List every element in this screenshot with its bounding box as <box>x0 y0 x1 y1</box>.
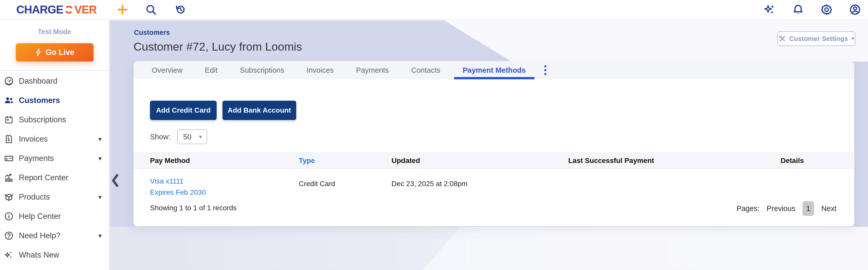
logo-refresh-o-icon <box>64 4 74 15</box>
add-bank-account-button[interactable]: Add Bank Account <box>222 101 296 120</box>
top-bar: CHARGE VER <box>0 0 868 20</box>
tab-contacts[interactable]: Contacts <box>400 61 451 79</box>
current-page-button[interactable]: 1 <box>802 201 814 216</box>
details-cell <box>763 169 854 180</box>
chevron-left-icon <box>111 173 120 188</box>
sidebar-item-label: Report Center <box>19 173 68 182</box>
sidebar-item-need-help[interactable]: Need Help? ▾ <box>0 226 109 245</box>
column-header-last-successful-payment: Last Successful Payment <box>568 157 763 165</box>
tab-subscriptions[interactable]: Subscriptions <box>229 61 296 79</box>
tab-edit[interactable]: Edit <box>194 61 229 79</box>
logo-text-charge: CHARGE <box>16 3 63 16</box>
sidebar-item-label: Subscriptions <box>19 115 66 124</box>
previous-page-link[interactable]: Previous <box>767 204 795 213</box>
sidebar-item-payments[interactable]: $ Payments ▾ <box>0 149 109 168</box>
sidebar-item-dashboard[interactable]: Dashboard <box>0 71 109 91</box>
notifications-bell-icon[interactable] <box>792 4 804 16</box>
payment-methods-card: Add Credit Card Add Bank Account Show: 5… <box>133 79 854 226</box>
sidebar-item-report-center[interactable]: Report Center <box>0 168 109 187</box>
sidebar-item-label: Dashboard <box>19 77 58 86</box>
chevron-down-icon[interactable]: ▾ <box>98 232 102 240</box>
report-center-icon <box>3 172 15 184</box>
chevron-down-icon[interactable]: ▾ <box>98 155 102 162</box>
tools-icon <box>778 35 786 42</box>
column-header-type[interactable]: Type <box>299 157 392 165</box>
column-header-details: Details <box>763 157 854 165</box>
type-cell: Credit Card <box>299 169 392 188</box>
show-label: Show: <box>150 133 170 141</box>
need-help-icon <box>3 230 15 242</box>
payments-icon: $ <box>3 153 15 164</box>
help-center-icon <box>3 211 15 222</box>
settings-gear-icon[interactable] <box>820 3 833 16</box>
logo-text-ver: VER <box>74 3 97 16</box>
sidebar-mode-section: Test Mode Go Live <box>0 20 109 71</box>
sidebar-item-whats-new[interactable]: Whats New <box>0 245 109 265</box>
pagination: Pages: Previous 1 Next <box>737 201 836 216</box>
chevron-down-icon: ▾ <box>199 133 202 140</box>
chevron-down-icon: ▾ <box>851 35 854 42</box>
sidebar-item-help-center[interactable]: Help Center <box>0 207 109 226</box>
next-page-link[interactable]: Next <box>821 204 836 213</box>
pay-method-expiry-link[interactable]: Expires Feb 2030 <box>150 187 299 198</box>
tab-payment-methods[interactable]: Payment Methods <box>452 61 537 79</box>
test-mode-label: Test Mode <box>0 28 109 36</box>
subscriptions-icon <box>3 114 15 126</box>
show-row: Show: 50 ▾ <box>150 129 207 144</box>
app-window: CHARGE VER <box>0 0 868 270</box>
sidebar-item-subscriptions[interactable]: Subscriptions <box>0 110 109 129</box>
search-icon[interactable] <box>145 4 157 16</box>
breadcrumb[interactable]: Customers <box>134 29 170 37</box>
add-new-icon[interactable] <box>117 4 128 16</box>
products-icon <box>3 191 15 203</box>
sidebar-item-invoices[interactable]: $ Invoices ▾ <box>0 129 109 149</box>
page-title: Customer #72, Lucy from Loomis <box>133 40 302 53</box>
last-successful-payment-cell <box>568 169 763 180</box>
history-icon[interactable] <box>175 4 186 16</box>
chevron-down-icon[interactable]: ▾ <box>98 193 102 201</box>
pages-label: Pages: <box>737 204 760 213</box>
sidebar-item-label: Help Center <box>19 212 61 221</box>
go-live-button[interactable]: Go Live <box>16 43 94 62</box>
customer-settings-label: Customer Settings <box>789 35 848 43</box>
sidebar-item-label: Products <box>19 192 50 202</box>
decorative-wedge <box>110 227 868 270</box>
tab-payments[interactable]: Payments <box>345 61 400 79</box>
chargeover-logo[interactable]: CHARGE VER <box>16 3 97 16</box>
pay-method-link[interactable]: Visa x1111 <box>150 176 299 187</box>
sidebar-item-customers[interactable]: Customers <box>0 91 109 110</box>
more-tabs-kebab-icon[interactable] <box>537 61 554 79</box>
tab-invoices[interactable]: Invoices <box>296 61 345 79</box>
chevron-down-icon[interactable]: ▾ <box>98 135 102 143</box>
sidebar-collapse-handle[interactable] <box>109 172 121 189</box>
customer-settings-button[interactable]: Customer Settings ▾ <box>777 31 855 46</box>
sidebar-item-label: Customers <box>19 96 60 105</box>
updated-cell: Dec 23, 2025 at 2:08pm <box>392 169 568 188</box>
records-summary: Showing 1 to 1 of 1 records <box>150 204 237 212</box>
add-credit-card-button[interactable]: Add Credit Card <box>150 101 217 120</box>
sidebar-item-label: Payments <box>19 154 54 163</box>
lightning-bolt-icon <box>35 48 42 57</box>
svg-text:$: $ <box>6 157 8 161</box>
account-user-icon[interactable] <box>849 4 861 16</box>
sidebar-item-label: Invoices <box>19 134 48 144</box>
whats-new-icon <box>3 249 15 261</box>
svg-text:$: $ <box>8 138 10 142</box>
sidebar-item-label: Need Help? <box>19 231 61 240</box>
show-per-page-select[interactable]: 50 ▾ <box>177 129 207 144</box>
customers-icon <box>3 95 15 106</box>
sidebar-item-products[interactable]: Products ▾ <box>0 187 109 207</box>
show-per-page-value: 50 <box>183 133 191 141</box>
go-live-label: Go Live <box>45 48 74 57</box>
tab-overview[interactable]: Overview <box>141 61 194 79</box>
table-row: Visa x1111 Expires Feb 2030 Credit Card … <box>133 169 854 200</box>
column-header-pay-method: Pay Method <box>150 157 299 165</box>
decorative-bottom-band <box>110 227 868 270</box>
dashboard-icon <box>3 75 15 87</box>
sidebar-item-label: Whats New <box>19 250 59 260</box>
customer-panel: Overview Edit Subscriptions Invoices Pay… <box>133 61 854 226</box>
sidebar-nav: Dashboard Customers Subscriptions $ Invo… <box>0 71 109 265</box>
pay-method-cell: Visa x1111 Expires Feb 2030 <box>150 169 299 198</box>
ai-sparkles-icon[interactable] <box>764 4 776 16</box>
column-header-updated: Updated <box>392 157 568 165</box>
